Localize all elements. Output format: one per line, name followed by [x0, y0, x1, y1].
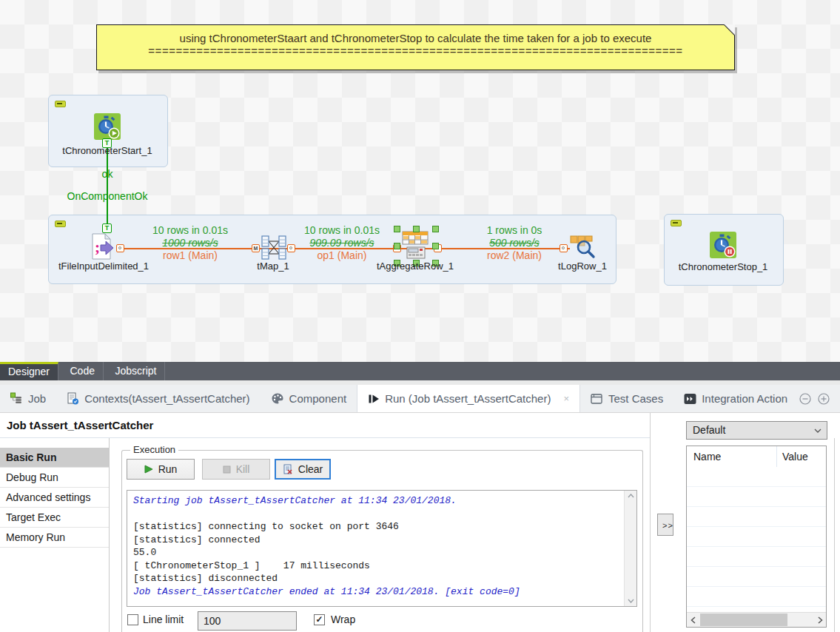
sidebar-item-advanced-settings[interactable]: Advanced settings	[0, 488, 109, 508]
output-port[interactable]	[116, 244, 124, 252]
collapse-minus-icon[interactable]	[671, 220, 682, 226]
execution-legend: Execution	[130, 444, 178, 455]
line-limit-input[interactable]	[198, 611, 297, 631]
line-limit-checkbox[interactable]	[127, 614, 138, 625]
context-dropdown-value: Default	[693, 424, 725, 436]
console-line: [statistics] connected	[133, 534, 618, 547]
execution-console[interactable]: Starting job tAssert_tAssertCatcher at 1…	[127, 490, 637, 607]
tab-run[interactable]: Run (Job tAssert_tAssertCatcher) ×	[357, 385, 580, 412]
sticky-note[interactable]: using tChronometerStaart and tChronomete…	[96, 24, 735, 70]
clear-button[interactable]: Clear	[275, 459, 331, 480]
collapse-minus-icon[interactable]	[55, 101, 66, 107]
tab-label: Contexts(tAssert_tAssertCatcher)	[84, 392, 249, 405]
console-line: Job tAssert_tAssertCatcher ended at 11:3…	[133, 585, 618, 599]
scroll-up-icon[interactable]	[628, 494, 634, 498]
run-icon	[368, 393, 380, 405]
tab-label: Component	[289, 392, 347, 405]
clear-doc-icon	[283, 464, 293, 474]
tchronometerstart-icon[interactable]	[94, 113, 121, 140]
designer-canvas[interactable]: using tChronometerStaart and tChronomete…	[0, 0, 840, 362]
console-line: [ tChronometerStop_1 ] 17 milliseconds	[133, 559, 618, 573]
connection-row-label[interactable]: row2 (Main)	[451, 249, 577, 261]
talend-studio-window: using tChronometerStaart and tChronomete…	[0, 0, 840, 632]
tab-label: Test Cases	[608, 392, 663, 405]
view-tab-bar: Job Contexts(tAssert_tAssertCatcher) Com…	[0, 385, 840, 413]
selection-handle[interactable]	[394, 226, 400, 232]
connection-row-label[interactable]: row1 (Main)	[127, 249, 253, 261]
scroll-down-icon[interactable]	[628, 599, 634, 603]
trigger-ok-label: ok	[78, 168, 137, 180]
run-button[interactable]: Run	[127, 459, 195, 480]
scroll-right-icon[interactable]	[818, 616, 823, 624]
sidebar-item-target-exec[interactable]: Target Exec	[0, 508, 109, 528]
kill-button: Kill	[202, 459, 270, 480]
selection-handle[interactable]	[432, 243, 439, 249]
minimize-icon[interactable]	[799, 393, 811, 405]
console-line: [statistics] connecting to socket on por…	[133, 520, 618, 534]
divider	[650, 413, 651, 632]
scrollbar-thumb[interactable]	[700, 613, 787, 626]
component-label: tFileInputDelimited_1	[43, 260, 164, 272]
tfileinputdelimited-icon[interactable]: ;	[87, 232, 115, 260]
note-underline: ========================================…	[97, 44, 734, 57]
kill-button-label: Kill	[236, 463, 250, 475]
tab-jobscript[interactable]: Jobscript	[107, 362, 165, 380]
console-line: [statistics] disconnected	[133, 572, 618, 585]
svg-text:;: ;	[95, 238, 100, 256]
selection-handle[interactable]	[432, 226, 439, 232]
context-variables-table[interactable]: Name Value	[686, 446, 827, 628]
tab-contexts[interactable]: Contexts(tAssert_tAssertCatcher)	[56, 385, 260, 412]
tab-designer[interactable]: Designer	[0, 362, 58, 380]
run-button-label: Run	[158, 463, 178, 475]
sidebar-item-debug-run[interactable]: Debug Run	[0, 468, 109, 488]
tchronometerstop-icon[interactable]	[710, 232, 736, 258]
run-sidebar: Basic Run Debug Run Advanced settings Ta…	[0, 438, 110, 632]
console-line	[133, 508, 618, 521]
tlogrow-icon[interactable]	[568, 234, 597, 260]
connection-stat: 1 rows in 0s	[451, 224, 577, 236]
expand-panel-button[interactable]: >>	[657, 514, 673, 536]
tab-integration-action[interactable]: Integration Action	[673, 385, 798, 412]
trigger-name-label[interactable]: OnComponentOk	[48, 190, 167, 202]
column-header-value: Value	[782, 451, 808, 463]
connection-rate: 500 rows/s	[451, 237, 577, 249]
sidebar-item-basic-run[interactable]: Basic Run	[0, 448, 109, 468]
sidebar-item-memory-run[interactable]: Memory Run	[0, 528, 109, 548]
divider	[834, 438, 835, 632]
scroll-left-icon[interactable]	[691, 616, 696, 624]
context-dropdown[interactable]: Default	[686, 421, 827, 440]
component-label: tChronometerStop_1	[665, 261, 781, 272]
tab-component[interactable]: Component	[261, 385, 357, 412]
tab-label: Run (Job tAssert_tAssertCatcher)	[385, 392, 551, 405]
connection-rate: 1000 rows/s	[127, 237, 253, 249]
tab-test-cases[interactable]: Test Cases	[580, 385, 673, 412]
trigger-connection-line[interactable]	[107, 147, 108, 226]
close-icon[interactable]: ×	[563, 393, 569, 404]
job-title: Job tAssert_tAssertCatcher	[7, 419, 153, 431]
console-output: Starting job tAssert_tAssertCatcher at 1…	[127, 491, 624, 606]
tab-label: Integration Action	[702, 392, 787, 405]
connection-row-label[interactable]: op1 (Main)	[279, 249, 405, 261]
column-header-name: Name	[693, 451, 721, 463]
selection-handle[interactable]	[413, 226, 420, 232]
chevron-down-icon	[814, 428, 821, 433]
wrap-checkbox[interactable]	[314, 614, 325, 625]
tab-code[interactable]: Code	[61, 362, 103, 380]
taggregaterow-icon[interactable]	[398, 229, 432, 262]
note-fold-icon	[724, 24, 735, 36]
selection-handle[interactable]	[394, 243, 400, 249]
connection-rate: 909.09 rows/s	[279, 237, 405, 249]
view-controls	[799, 385, 840, 412]
tab-job[interactable]: Job	[0, 385, 56, 412]
integration-action-icon	[684, 393, 696, 405]
note-text: using tChronometerStaart and tChronomete…	[97, 32, 734, 44]
tab-label: Job	[28, 392, 46, 405]
maximize-icon[interactable]	[818, 393, 830, 405]
test-cases-icon	[591, 393, 603, 405]
play-icon	[144, 465, 153, 474]
designer-tab-bar: Designer Code Jobscript	[0, 362, 840, 380]
horizontal-scrollbar[interactable]	[687, 612, 826, 627]
console-scrollbar[interactable]	[624, 491, 636, 606]
collapse-minus-icon[interactable]	[55, 221, 66, 227]
contexts-icon	[67, 392, 79, 405]
